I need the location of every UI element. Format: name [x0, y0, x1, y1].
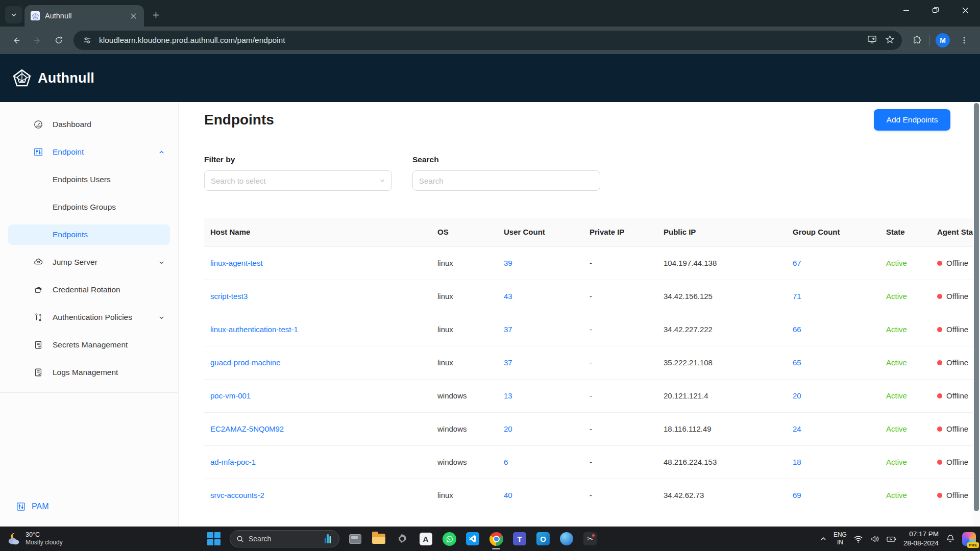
user-count-link[interactable]: 20: [498, 412, 583, 445]
sidebar-item-endpoint[interactable]: Endpoint: [8, 142, 170, 162]
forward-button[interactable]: [28, 31, 46, 49]
group-count-link[interactable]: 24: [787, 412, 880, 445]
offline-dot-icon: [937, 427, 942, 432]
tray-chevron-up-icon[interactable]: [820, 535, 827, 542]
extensions-icon[interactable]: [908, 31, 926, 49]
credential-rotation-icon: [34, 285, 43, 294]
browser-tab[interactable]: Authnull: [24, 5, 144, 27]
start-button[interactable]: [206, 531, 222, 546]
restore-button[interactable]: [921, 0, 950, 20]
search-group: Search: [412, 155, 600, 191]
chrome-icon[interactable]: [488, 531, 504, 546]
search-input[interactable]: [412, 170, 600, 191]
minimize-button[interactable]: [891, 0, 921, 20]
group-count-link[interactable]: 65: [787, 346, 880, 379]
logs-management-icon: [34, 368, 43, 377]
screen: Authnull: [0, 0, 980, 551]
group-count-link[interactable]: 69: [787, 479, 880, 512]
site-favicon-icon: [31, 11, 40, 20]
settings-icon[interactable]: [395, 531, 410, 546]
vscode-icon[interactable]: [465, 531, 480, 546]
user-count-link[interactable]: 43: [498, 280, 583, 313]
taskbar-search[interactable]: Search: [230, 530, 339, 547]
bookmark-star-icon[interactable]: [885, 35, 895, 46]
group-count-link[interactable]: 20: [787, 379, 880, 412]
install-icon[interactable]: [867, 35, 877, 46]
agent-status-cell: Offline: [931, 412, 973, 445]
host-name-link[interactable]: linux-authentication-test-1: [204, 313, 431, 346]
endpoints-table: Host NameOSUser CountPrivate IPPublic IP…: [204, 218, 973, 512]
reload-button[interactable]: [50, 31, 68, 49]
app-blue-icon[interactable]: [559, 531, 574, 546]
sidebar-item-endpoints-groups[interactable]: Endpoints Groups: [8, 197, 170, 217]
notifications-bell-icon[interactable]: [945, 534, 955, 544]
snipping-tool-icon[interactable]: ✂: [582, 531, 598, 546]
new-tab-button[interactable]: [148, 7, 163, 22]
sidebar-footer-pam[interactable]: PAM: [16, 502, 48, 511]
filter-by-label: Filter by: [204, 155, 392, 166]
user-count-link[interactable]: 39: [498, 246, 583, 280]
host-name-link[interactable]: guacd-prod-machine: [204, 346, 431, 379]
url-bar[interactable]: kloudlearn.kloudone.prod.authnull.com/pa…: [74, 31, 902, 50]
tab-search-button[interactable]: [5, 6, 22, 23]
group-count-link[interactable]: 71: [787, 280, 880, 313]
close-window-button[interactable]: [950, 0, 980, 20]
window-app-icon[interactable]: [348, 531, 363, 546]
user-count-link[interactable]: 37: [498, 346, 583, 379]
host-name-link[interactable]: ad-mfa-poc-1: [204, 445, 431, 479]
scrollbar-thumb[interactable]: [974, 103, 979, 511]
group-count-link[interactable]: 18: [787, 445, 880, 479]
app-a-icon[interactable]: A: [418, 531, 433, 546]
user-count-link[interactable]: 13: [498, 379, 583, 412]
sidebar-item-authentication-policies[interactable]: Authentication Policies: [8, 307, 170, 328]
add-endpoints-button[interactable]: Add Endpoints: [874, 109, 950, 131]
host-name-link[interactable]: script-test3: [204, 280, 431, 313]
volume-icon[interactable]: [870, 534, 879, 544]
user-count-link[interactable]: 37: [498, 313, 583, 346]
main-content: Endpoints Add Endpoints Filter by Search…: [179, 102, 973, 527]
browser-menu-icon[interactable]: [955, 31, 973, 49]
state-value: Active: [880, 313, 931, 346]
sidebar-item-credential-rotation[interactable]: Credential Rotation: [8, 280, 170, 300]
sidebar-item-dashboard[interactable]: Dashboard: [8, 114, 170, 135]
window-controls: [891, 0, 980, 20]
column-header: State: [880, 218, 931, 246]
profile-avatar[interactable]: M: [934, 31, 952, 49]
wifi-icon[interactable]: [853, 534, 863, 544]
url-text[interactable]: kloudlearn.kloudone.prod.authnull.com/pa…: [99, 36, 862, 45]
back-button[interactable]: [7, 31, 25, 49]
outlook-icon[interactable]: O: [535, 531, 551, 546]
tab-close-icon[interactable]: [128, 10, 139, 21]
table-cell: 34.42.62.73: [657, 479, 787, 512]
chevron-down-icon: [158, 259, 165, 266]
filter-select[interactable]: Search to select: [204, 170, 392, 191]
host-name-link[interactable]: linux-agent-test: [204, 246, 431, 280]
offline-dot-icon: [937, 294, 942, 299]
agent-status-cell: Offline: [931, 280, 973, 313]
sidebar-item-jump-server[interactable]: Jump Server: [8, 252, 170, 272]
sidebar-item-secrets-management[interactable]: Secrets Management: [8, 335, 170, 355]
whatsapp-icon[interactable]: [442, 531, 457, 546]
sidebar-item-logs-management[interactable]: Logs Management: [8, 362, 170, 383]
page-scrollbar[interactable]: [973, 102, 980, 527]
host-name-link[interactable]: poc-vm-001: [204, 379, 431, 412]
user-count-link[interactable]: 6: [498, 445, 583, 479]
user-count-link[interactable]: 40: [498, 479, 583, 512]
language-indicator[interactable]: ENG IN: [834, 531, 847, 546]
battery-icon[interactable]: [886, 534, 897, 544]
group-count-link[interactable]: 66: [787, 313, 880, 346]
copilot-icon[interactable]: PRE: [962, 532, 976, 546]
file-explorer-icon[interactable]: [371, 531, 386, 546]
group-count-link[interactable]: 67: [787, 246, 880, 280]
tab-title: Authnull: [45, 12, 128, 20]
sidebar-item-endpoints[interactable]: Endpoints: [8, 224, 170, 245]
sidebar-item-endpoints-users[interactable]: Endpoints Users: [8, 169, 170, 190]
teams-icon[interactable]: T: [512, 531, 527, 546]
clock[interactable]: 07:17 PM 28-08-2024: [903, 530, 939, 547]
host-name-link[interactable]: EC2AMAZ-5NQ0M92: [204, 412, 431, 445]
table-cell: 20.121.121.4: [657, 379, 787, 412]
site-info-icon[interactable]: [81, 34, 94, 47]
table-cell: linux: [431, 246, 498, 280]
host-name-link[interactable]: srvc-accounts-2: [204, 479, 431, 512]
taskbar-weather[interactable]: 30°C Mostly cloudy: [6, 527, 63, 551]
